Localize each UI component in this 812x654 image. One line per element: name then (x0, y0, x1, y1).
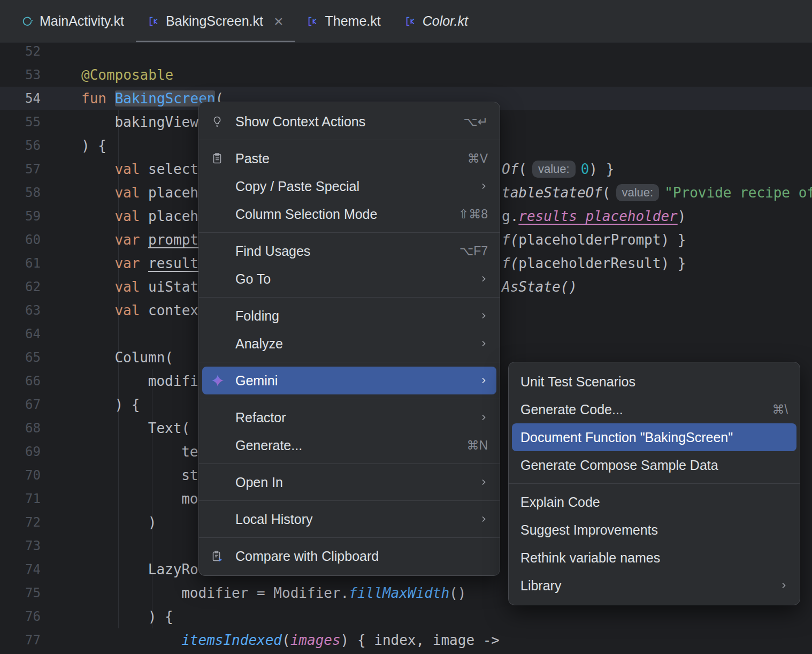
menu-item-copy-paste-special[interactable]: Copy / Paste Special (202, 172, 496, 200)
code-token: Of (502, 161, 518, 177)
menu-item-label: Library (520, 578, 764, 594)
menu-item-find-usages[interactable]: Find Usages⌥F7 (202, 237, 496, 265)
code-token: mo (181, 491, 198, 507)
chevron-right-icon (479, 413, 488, 422)
code-token: () (449, 585, 466, 601)
code-token: result (148, 255, 198, 271)
menu-item-label: Unit Test Scenarios (520, 374, 788, 390)
code-token: Column( (114, 349, 173, 366)
menu-item-label: Go To (235, 271, 464, 287)
code-token: val (114, 208, 148, 224)
close-tab-icon[interactable]: × (274, 13, 284, 29)
menu-separator (199, 362, 500, 362)
menu-item-paste[interactable]: Paste⌘V (202, 145, 496, 172)
menu-item-label: Document Function "BakingScreen" (520, 430, 788, 445)
menu-item-label: Copy / Paste Special (235, 179, 464, 194)
menu-item-shortcut: ⌥F7 (459, 244, 488, 258)
menu-item-folding[interactable]: Folding (202, 302, 496, 330)
code-token: ) (148, 514, 157, 530)
code-line[interactable]: 77itemsIndexed(images) { index, image -> (0, 628, 812, 652)
menu-item-shortcut: ⌥↵ (463, 115, 488, 129)
editor-context-menu: Show Context Actions⌥↵Paste⌘VCopy / Past… (198, 102, 500, 576)
code-token: val (114, 279, 148, 295)
code-line-text: ) (81, 514, 156, 530)
code-line-text: val placeh (81, 208, 198, 224)
kotlin-file-icon (404, 16, 416, 27)
menu-item-refactor[interactable]: Refactor (202, 404, 496, 431)
line-number: 74 (0, 562, 59, 577)
menu-item-open-in[interactable]: Open In (202, 468, 496, 496)
code-line-text: LazyRo (81, 561, 198, 577)
code-token: LazyRo (148, 561, 198, 577)
menu-separator (199, 463, 500, 464)
chevron-right-icon (479, 275, 488, 283)
code-token: 0 (581, 161, 589, 177)
menu-item-label: Local History (235, 512, 464, 527)
line-number: 73 (0, 538, 59, 553)
tab-mainactivity-kt[interactable]: MainActivity.kt (10, 0, 136, 42)
menu-item-gemini[interactable]: Gemini (202, 367, 496, 394)
code-line-text: ) { (81, 609, 173, 625)
line-number: 53 (0, 67, 59, 82)
menu-item-label: Generate Compose Sample Data (520, 458, 788, 473)
code-line-text: @Composable (81, 67, 173, 83)
line-number: 72 (0, 515, 59, 530)
compose-file-icon (21, 16, 33, 27)
line-number: 69 (0, 444, 59, 459)
menu-item-label: Compare with Clipboard (235, 549, 488, 564)
menu-item-analyze[interactable]: Analyze (202, 330, 496, 358)
code-token: "Provide recipe of (664, 185, 812, 201)
menu-item-generate-compose-sample-data[interactable]: Generate Compose Sample Data (512, 451, 796, 479)
gemini-submenu: Unit Test ScenariosGenerate Code...⌘\Doc… (508, 362, 800, 605)
menu-separator (199, 297, 500, 298)
menu-item-show-context-actions[interactable]: Show Context Actions⌥↵ (202, 108, 496, 135)
code-line-text: val uiStat (81, 279, 198, 295)
tab-color-kt[interactable]: Color.kt (393, 0, 480, 42)
menu-item-library[interactable]: Library (512, 572, 796, 599)
inline-parameter-hint: value: (616, 184, 660, 201)
tab-bakingscreen-kt[interactable]: BakingScreen.kt× (136, 0, 295, 42)
menu-item-generate[interactable]: Generate...⌘N (202, 431, 496, 459)
menu-item-unit-test-scenarios[interactable]: Unit Test Scenarios (512, 368, 796, 396)
menu-item-label: Explain Code (520, 495, 788, 510)
line-number: 54 (0, 91, 59, 106)
menu-item-local-history[interactable]: Local History (202, 505, 496, 533)
tab-theme-kt[interactable]: Theme.kt (295, 0, 392, 42)
line-number: 71 (0, 491, 59, 506)
menu-item-suggest-improvements[interactable]: Suggest Improvements (512, 516, 796, 544)
code-line[interactable]: 76) { (0, 605, 812, 628)
menu-item-explain-code[interactable]: Explain Code (512, 488, 796, 516)
gemini-spark-icon (211, 374, 235, 387)
menu-item-column-selection-mode[interactable]: Column Selection Mode⇧⌘8 (202, 200, 496, 228)
code-token: ) { (81, 138, 106, 154)
code-token: ( (518, 161, 527, 177)
code-token: prompt (148, 232, 198, 248)
code-token: modifi (148, 373, 198, 389)
code-line[interactable]: 52 (0, 43, 812, 63)
inline-parameter-hint: value: (532, 161, 576, 178)
menu-item-document-function-bakingscreen[interactable]: Document Function "BakingScreen" (512, 423, 796, 451)
code-token: var (114, 232, 148, 248)
menu-item-compare-with-clipboard[interactable]: Compare with Clipboard (202, 542, 496, 570)
menu-item-label: Open In (235, 475, 464, 490)
code-line[interactable]: 53@Composable (0, 63, 812, 87)
line-number: 66 (0, 374, 59, 389)
code-token: var (114, 255, 148, 271)
menu-item-go-to[interactable]: Go To (202, 265, 496, 293)
line-number: 75 (0, 585, 59, 600)
chevron-right-icon (479, 376, 488, 385)
menu-item-label: Suggest Improvements (520, 522, 788, 538)
menu-item-rethink-variable-names[interactable]: Rethink variable names (512, 544, 796, 572)
code-token: te (181, 444, 198, 460)
chevron-right-icon (479, 478, 488, 486)
tab-label: BakingScreen.kt (166, 13, 263, 29)
menu-item-label: Column Selection Mode (235, 207, 443, 222)
code-token: images (290, 632, 341, 648)
compare-clipboard-icon (211, 550, 235, 562)
line-number: 57 (0, 162, 59, 177)
code-line-text: val contex (81, 302, 198, 318)
code-token: ) (678, 208, 686, 224)
code-token: f( (502, 232, 518, 248)
code-line-right-fragment: AsState() (502, 275, 577, 299)
menu-item-generate-code[interactable]: Generate Code...⌘\ (512, 396, 796, 423)
